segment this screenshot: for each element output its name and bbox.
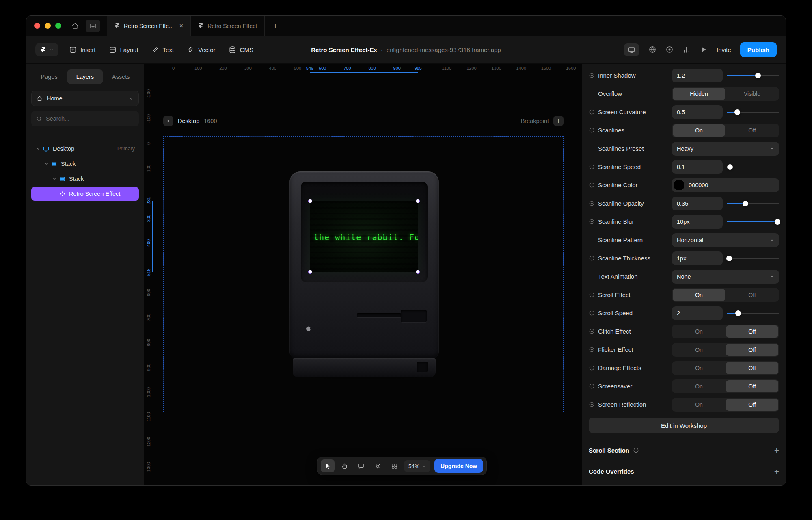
zoom-window-button[interactable] <box>55 23 61 29</box>
preview-device-button[interactable] <box>624 43 639 56</box>
tab-retro-screen-effect[interactable]: Retro Screen Effect <box>190 16 264 36</box>
connect-plus-icon[interactable] <box>589 127 595 133</box>
property-value-input[interactable]: 0.35 <box>672 197 723 210</box>
connect-plus-icon[interactable] <box>589 182 595 188</box>
connect-plus-icon[interactable] <box>589 219 595 225</box>
slider-knob[interactable] <box>735 310 741 316</box>
invite-button[interactable]: Invite <box>717 46 731 53</box>
property-value-input[interactable]: 1px <box>672 251 723 265</box>
property-dropdown[interactable]: Horizontal <box>672 233 779 247</box>
segment-option[interactable]: Off <box>726 380 778 392</box>
page-selector[interactable]: Home <box>31 91 139 106</box>
layer-row-stack[interactable]: Stack <box>31 172 139 186</box>
brightness-icon[interactable] <box>371 459 384 472</box>
insert-menu-button[interactable]: Insert <box>69 46 96 54</box>
segment-option[interactable]: Visible <box>726 88 778 100</box>
layout-menu-button[interactable]: Layout <box>109 46 138 54</box>
color-control[interactable]: 000000 <box>672 178 779 192</box>
property-value-input[interactable]: 1.2 <box>672 69 723 82</box>
connect-plus-icon[interactable] <box>589 328 595 334</box>
segment-option[interactable]: Off <box>726 344 778 356</box>
publish-button[interactable]: Publish <box>740 42 777 57</box>
color-swatch[interactable] <box>674 180 684 190</box>
segment-option[interactable]: On <box>673 344 725 356</box>
slider-knob[interactable] <box>734 109 740 115</box>
primary-breakpoint-play-icon[interactable] <box>163 116 173 126</box>
vector-menu-button[interactable]: Vector <box>187 46 216 54</box>
connect-plus-icon[interactable] <box>589 292 595 298</box>
connect-plus-icon[interactable] <box>589 401 595 407</box>
caret-down-icon[interactable] <box>43 162 49 166</box>
property-slider[interactable] <box>727 251 779 265</box>
analytics-icon[interactable] <box>682 46 691 54</box>
property-slider[interactable] <box>727 69 779 82</box>
property-value-input[interactable]: 0.5 <box>672 105 723 119</box>
segment-option[interactable]: Hidden <box>673 88 725 100</box>
add-code-override-button[interactable]: + <box>774 467 779 477</box>
hand-tool-icon[interactable] <box>337 459 351 472</box>
close-tab-icon[interactable]: × <box>179 23 183 29</box>
segment-option[interactable]: Off <box>726 325 778 338</box>
property-dropdown[interactable]: Heavy <box>672 142 779 156</box>
segment-option[interactable]: Off <box>726 362 778 374</box>
home-icon[interactable] <box>68 20 82 32</box>
connect-plus-icon[interactable] <box>589 383 595 389</box>
zoom-select[interactable]: 54% <box>404 460 430 472</box>
tab-pages[interactable]: Pages <box>31 69 67 84</box>
slider-knob[interactable] <box>755 73 761 78</box>
segment-option[interactable]: Off <box>726 124 778 136</box>
scroll-section-header[interactable]: Scroll Section + <box>589 440 779 461</box>
layer-row-stack[interactable]: Stack <box>31 157 139 171</box>
caret-down-icon[interactable] <box>35 147 41 151</box>
segment-option[interactable]: On <box>673 289 725 301</box>
framer-menu-button[interactable] <box>35 43 58 56</box>
tab-assets[interactable]: Assets <box>103 69 139 84</box>
connect-plus-icon[interactable] <box>589 255 595 261</box>
search-bar[interactable] <box>31 111 139 126</box>
property-slider[interactable] <box>727 215 779 229</box>
target-icon[interactable] <box>665 46 674 54</box>
caret-down-icon[interactable] <box>52 177 57 181</box>
connect-plus-icon[interactable] <box>589 365 595 371</box>
cms-menu-button[interactable]: CMS <box>229 46 253 54</box>
property-dropdown[interactable]: None <box>672 270 779 284</box>
tab-layers[interactable]: Layers <box>67 69 103 84</box>
connect-plus-icon[interactable] <box>589 200 595 206</box>
grid-view-icon[interactable] <box>387 459 401 472</box>
connect-plus-icon[interactable] <box>589 72 595 78</box>
segment-option[interactable]: Off <box>726 399 778 411</box>
edit-in-workshop-button[interactable]: Edit in Workshop <box>589 418 779 433</box>
connect-plus-icon[interactable] <box>589 347 595 353</box>
property-value-input[interactable]: 2 <box>672 306 723 320</box>
minimize-window-button[interactable] <box>45 23 51 29</box>
layer-row-retro-screen-effect-selected[interactable]: Retro Screen Effect <box>31 187 139 201</box>
segment-option[interactable]: On <box>673 124 725 136</box>
project-title-bar[interactable]: Retro Screen Effect-Ex · enlightened-mes… <box>311 46 501 53</box>
slider-knob[interactable] <box>727 164 733 170</box>
connect-plus-icon[interactable] <box>589 164 595 170</box>
search-input[interactable] <box>46 115 134 122</box>
play-icon[interactable] <box>700 46 708 54</box>
slider-knob[interactable] <box>726 256 732 261</box>
layer-row-desktop[interactable]: Desktop Primary <box>31 142 139 156</box>
slider-knob[interactable] <box>743 201 748 206</box>
segment-option[interactable]: On <box>673 399 725 411</box>
mac-illustration[interactable]: the white rabbit. Fo <box>289 171 439 377</box>
property-slider[interactable] <box>727 197 779 210</box>
add-scroll-section-button[interactable]: + <box>774 446 779 455</box>
connect-plus-icon[interactable] <box>589 310 595 316</box>
canvas[interactable]: 0100200300400500549600700800900985110012… <box>144 64 582 485</box>
property-slider[interactable] <box>727 306 779 320</box>
comment-tool-icon[interactable] <box>354 459 368 472</box>
segment-option[interactable]: On <box>673 380 725 392</box>
property-slider[interactable] <box>727 160 779 174</box>
segment-option[interactable]: On <box>673 325 725 338</box>
select-tool-icon[interactable] <box>321 459 335 472</box>
connect-plus-icon[interactable] <box>589 109 595 115</box>
frame-name[interactable]: Desktop <box>178 118 199 124</box>
text-menu-button[interactable]: Text <box>151 46 174 54</box>
upgrade-now-button[interactable]: Upgrade Now <box>434 459 483 473</box>
tab-retro-screen-effect-active[interactable]: Retro Screen Effe.. × <box>107 16 190 36</box>
segment-option[interactable]: On <box>673 362 725 374</box>
code-overrides-header[interactable]: Code Overrides + <box>589 461 779 482</box>
